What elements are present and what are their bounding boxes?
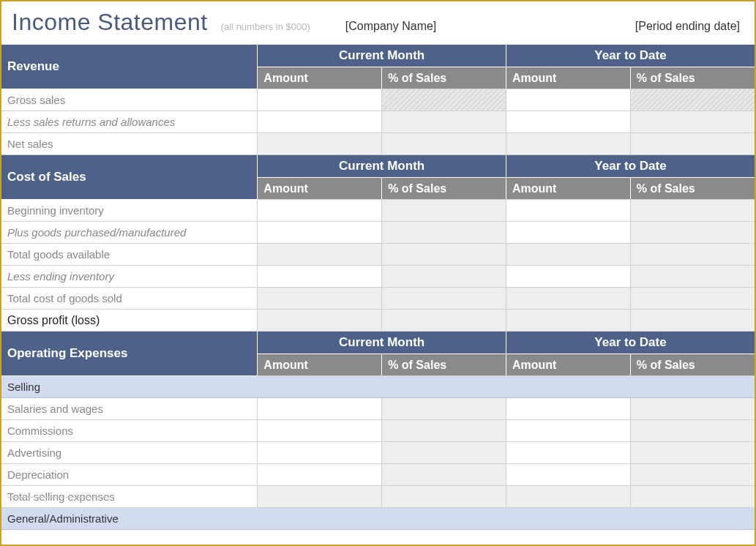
data-cell[interactable] <box>382 486 506 508</box>
data-cell[interactable] <box>630 442 755 464</box>
data-cell[interactable] <box>506 420 630 442</box>
data-cell[interactable] <box>506 464 630 486</box>
row-label: Gross sales <box>1 89 258 111</box>
table-row: Net sales <box>1 133 755 155</box>
data-cell[interactable] <box>382 244 506 266</box>
col-header-pct-sales: % of Sales <box>630 67 755 89</box>
data-cell[interactable] <box>506 398 630 420</box>
table-row: Plus goods purchased/manufactured <box>1 222 755 244</box>
data-cell[interactable] <box>382 222 506 244</box>
row-label: Total cost of goods sold <box>1 288 258 310</box>
data-cell[interactable] <box>506 244 630 266</box>
section-header-row: Cost of SalesCurrent MonthYear to Date <box>1 155 755 178</box>
data-cell[interactable] <box>258 464 382 486</box>
table-row: Total goods available <box>1 244 755 266</box>
section-header-row: RevenueCurrent MonthYear to Date <box>1 45 755 67</box>
table-row: Total cost of goods sold <box>1 288 755 310</box>
data-cell[interactable] <box>506 486 630 508</box>
table-row: Beginning inventory <box>1 200 755 222</box>
period-date: [Period ending date] <box>635 20 740 33</box>
row-label: Beginning inventory <box>1 200 258 222</box>
data-cell[interactable] <box>630 398 755 420</box>
data-cell[interactable] <box>630 486 755 508</box>
data-cell[interactable] <box>382 420 506 442</box>
company-name: [Company Name] <box>345 20 437 33</box>
data-cell[interactable] <box>506 442 630 464</box>
period-header-current: Current Month <box>258 332 506 354</box>
data-cell[interactable] <box>630 111 755 133</box>
data-cell[interactable] <box>630 288 755 310</box>
data-cell[interactable] <box>258 442 382 464</box>
data-cell[interactable] <box>630 420 755 442</box>
col-header-pct-sales: % of Sales <box>382 67 506 89</box>
period-header-ytd: Year to Date <box>506 332 755 354</box>
data-cell[interactable] <box>506 133 630 155</box>
data-cell[interactable] <box>382 89 506 111</box>
row-label: Depreciation <box>1 464 258 486</box>
period-header-ytd: Year to Date <box>506 45 755 67</box>
data-cell[interactable] <box>630 200 755 222</box>
data-cell[interactable] <box>258 133 382 155</box>
table-row: Gross sales <box>1 89 755 111</box>
data-cell[interactable] <box>382 398 506 420</box>
data-cell[interactable] <box>258 310 382 332</box>
data-cell[interactable] <box>506 310 630 332</box>
data-cell[interactable] <box>258 222 382 244</box>
col-header-amount: Amount <box>506 354 630 376</box>
col-header-amount: Amount <box>258 178 382 200</box>
row-label: Plus goods purchased/manufactured <box>1 222 258 244</box>
data-cell[interactable] <box>382 310 506 332</box>
data-cell[interactable] <box>630 89 755 111</box>
data-cell[interactable] <box>382 442 506 464</box>
data-cell[interactable] <box>630 310 755 332</box>
table-row: Depreciation <box>1 464 755 486</box>
col-header-amount: Amount <box>506 67 630 89</box>
data-cell[interactable] <box>258 266 382 288</box>
col-header-amount: Amount <box>258 354 382 376</box>
data-cell[interactable] <box>382 266 506 288</box>
data-cell[interactable] <box>258 111 382 133</box>
data-cell[interactable] <box>258 420 382 442</box>
row-label: Salaries and wages <box>1 398 258 420</box>
col-header-amount: Amount <box>506 178 630 200</box>
data-cell[interactable] <box>258 486 382 508</box>
category-label: Selling <box>1 376 755 398</box>
table-row: Gross profit (loss) <box>1 310 755 332</box>
data-cell[interactable] <box>630 244 755 266</box>
data-cell[interactable] <box>382 200 506 222</box>
data-cell[interactable] <box>506 111 630 133</box>
row-label: Less ending inventory <box>1 266 258 288</box>
col-header-pct-sales: % of Sales <box>382 354 506 376</box>
col-header-pct-sales: % of Sales <box>630 178 755 200</box>
data-cell[interactable] <box>258 244 382 266</box>
data-cell[interactable] <box>630 133 755 155</box>
data-cell[interactable] <box>258 398 382 420</box>
data-cell[interactable] <box>258 89 382 111</box>
section-label: Revenue <box>1 45 258 89</box>
section-label: Cost of Sales <box>1 155 258 200</box>
row-label: Advertising <box>1 442 258 464</box>
data-cell[interactable] <box>506 266 630 288</box>
period-header-ytd: Year to Date <box>506 155 755 178</box>
data-cell[interactable] <box>630 222 755 244</box>
row-label: Less sales returns and allowances <box>1 111 258 133</box>
period-header-current: Current Month <box>258 155 506 178</box>
data-cell[interactable] <box>382 288 506 310</box>
col-header-pct-sales: % of Sales <box>382 178 506 200</box>
category-row: General/Administrative <box>1 508 755 530</box>
table-row: Less sales returns and allowances <box>1 111 755 133</box>
data-cell[interactable] <box>630 464 755 486</box>
data-cell[interactable] <box>258 288 382 310</box>
data-cell[interactable] <box>630 266 755 288</box>
income-statement-table: RevenueCurrent MonthYear to DateAmount% … <box>1 45 755 530</box>
data-cell[interactable] <box>506 288 630 310</box>
data-cell[interactable] <box>382 464 506 486</box>
row-label: Net sales <box>1 133 258 155</box>
data-cell[interactable] <box>382 111 506 133</box>
row-label: Total selling expenses <box>1 486 258 508</box>
data-cell[interactable] <box>506 222 630 244</box>
data-cell[interactable] <box>258 200 382 222</box>
data-cell[interactable] <box>506 200 630 222</box>
data-cell[interactable] <box>382 133 506 155</box>
data-cell[interactable] <box>506 89 630 111</box>
